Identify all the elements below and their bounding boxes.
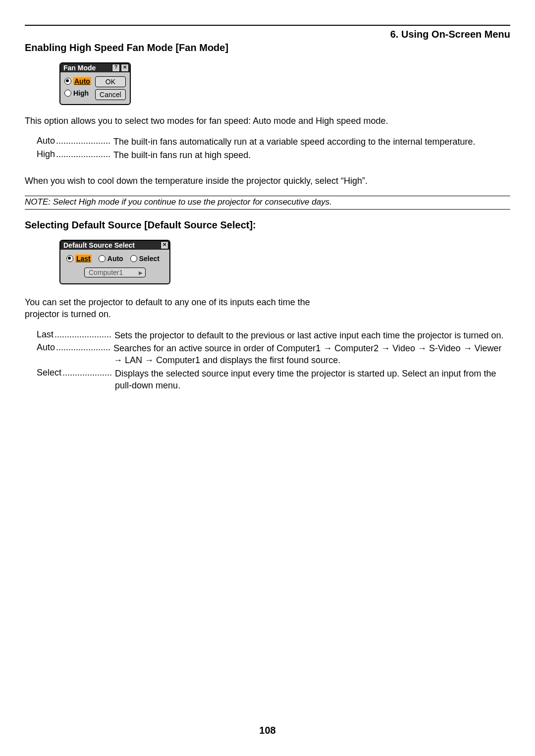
radio-high[interactable]: High	[64, 89, 91, 97]
def-desc: The built-in fans automatically run at a…	[113, 136, 510, 148]
def-term: High	[37, 149, 55, 160]
def-dots: ......................	[56, 342, 110, 353]
def-dots: ....................	[62, 368, 112, 378]
section-heading-fan-mode: Enabling High Speed Fan Mode [Fan Mode]	[25, 42, 510, 54]
help-icon[interactable]: ?	[112, 64, 120, 72]
radio-auto[interactable]: Auto	[64, 77, 91, 85]
default-source-titlebar: Default Source Select ✕	[60, 241, 169, 250]
default-source-intro: You can set the projector to default to …	[25, 296, 342, 321]
fan-mode-dialog: Fan Mode ? ✕ Auto High	[59, 62, 131, 105]
radio-last[interactable]: Last	[66, 255, 92, 263]
radio-high-label: High	[73, 89, 89, 97]
cancel-button[interactable]: Cancel	[95, 89, 126, 100]
note-rule-bottom	[25, 209, 510, 210]
def-desc: Displays the selected source input every…	[115, 368, 510, 392]
fan-mode-followup: When you wish to cool down the temperatu…	[25, 175, 510, 187]
def-term: Auto	[37, 136, 55, 146]
default-source-dialog: Default Source Select ✕ Last Auto	[59, 240, 170, 284]
def-term: Select	[37, 368, 61, 378]
note-rule-top	[25, 196, 510, 196]
radio-selected-icon	[64, 78, 71, 85]
def-desc: The built-in fans run at high speed.	[113, 149, 510, 161]
radio-auto-src[interactable]: Auto	[99, 255, 123, 263]
radio-last-label: Last	[75, 255, 92, 263]
radio-selected-icon	[66, 255, 73, 262]
page-number: 108	[0, 725, 535, 736]
close-icon[interactable]: ✕	[121, 64, 129, 72]
fan-mode-intro: This option allows you to select two mod…	[25, 115, 510, 127]
def-desc: Searches for an active source in order o…	[113, 342, 510, 367]
def-dots: ......................	[56, 149, 110, 160]
close-icon[interactable]: ✕	[160, 241, 168, 249]
def-term: Last	[37, 329, 54, 340]
chevron-right-icon: ▶	[138, 270, 143, 275]
section-heading-default-source: Selecting Default Source [Default Source…	[25, 219, 510, 231]
ok-button[interactable]: OK	[95, 76, 126, 87]
radio-empty-icon	[130, 255, 137, 262]
fan-mode-note: NOTE: Select High mode if you continue t…	[25, 197, 510, 207]
def-dots: .......................	[54, 329, 111, 340]
def-row-auto: Auto ...................... The built-in…	[25, 136, 510, 148]
radio-empty-icon	[64, 90, 71, 97]
top-rule	[25, 25, 510, 26]
chapter-header: 6. Using On-Screen Menu	[25, 29, 510, 40]
default-source-title: Default Source Select	[63, 241, 135, 249]
dropdown-value: Computer1	[89, 269, 123, 276]
def-term: Auto	[37, 342, 55, 353]
radio-empty-icon	[99, 255, 106, 262]
def-row-last: Last ....................... Sets the pr…	[25, 329, 510, 341]
def-dots: ......................	[56, 136, 110, 146]
fan-mode-titlebar: Fan Mode ? ✕	[60, 63, 130, 72]
fan-mode-title: Fan Mode	[63, 64, 96, 72]
def-row-select: Select .................... Displays the…	[25, 368, 510, 392]
source-dropdown[interactable]: Computer1 ▶	[84, 268, 146, 277]
def-row-high: High ...................... The built-in…	[25, 149, 510, 161]
radio-auto-label: Auto	[107, 255, 123, 263]
def-row-auto-src: Auto ...................... Searches for…	[25, 342, 510, 367]
radio-select-label: Select	[139, 255, 160, 263]
radio-select[interactable]: Select	[130, 255, 160, 263]
radio-auto-label: Auto	[73, 77, 91, 85]
def-desc: Sets the projector to default to the pre…	[114, 329, 510, 341]
